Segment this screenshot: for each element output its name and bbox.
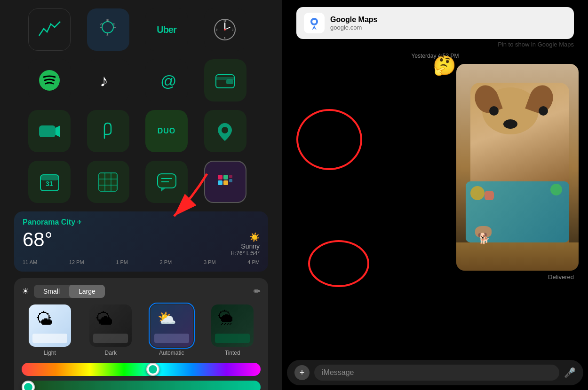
color-slider-thumb[interactable] [146, 363, 159, 376]
app-icon-wallet[interactable] [204, 59, 246, 101]
svg-marker-25 [56, 125, 60, 137]
theme-label-light: Light [44, 350, 56, 356]
svg-text:E: E [113, 23, 115, 26]
svg-text:W: W [100, 23, 103, 26]
theme-label-dark: Dark [105, 350, 117, 356]
app-icon-robinhood[interactable] [87, 110, 129, 152]
size-controls: ☀ Small Large ✏ [22, 285, 261, 298]
svg-rect-43 [229, 175, 232, 178]
svg-rect-42 [223, 180, 228, 185]
app-icon-slack[interactable] [204, 161, 246, 203]
dog-photo-bubble[interactable]: 🐕 [456, 64, 579, 271]
brightness-thumb-inner [24, 383, 32, 390]
bottom-controls: ☀ Small Large ✏ 🌤 Light 🌥 [14, 278, 268, 390]
size-small-button[interactable]: Small [34, 285, 69, 298]
right-panel: Google Maps google.com Pin to show in Go… [282, 0, 588, 390]
app-icon-facetime[interactable] [28, 110, 71, 152]
svg-point-0 [102, 22, 113, 33]
gmaps-card: Google Maps google.com [296, 7, 574, 39]
theme-label-auto: Automatic [159, 350, 184, 356]
svg-rect-41 [223, 175, 228, 179]
weather-icon: ☀️ [230, 232, 260, 242]
gmaps-info: Google Maps google.com [330, 16, 566, 31]
app-icon-googlemaps[interactable] [204, 110, 246, 152]
theme-option-tinted[interactable]: 🌦 Tinted [205, 304, 261, 356]
time-5: 3 PM [204, 259, 216, 265]
app-icon-tiktok[interactable]: ♪ [87, 59, 129, 101]
weather-info: ☀️ Sunny H:76° L:54° [230, 228, 260, 257]
imessage-input[interactable]: iMessage [314, 365, 559, 381]
weather-city: Panorama City [23, 218, 260, 226]
svg-marker-36 [161, 188, 166, 192]
svg-text:♪: ♪ [100, 71, 108, 90]
gmaps-title: Google Maps [330, 16, 566, 24]
theme-option-automatic[interactable]: ⛅ Automatic [143, 304, 200, 356]
microphone-icon[interactable]: 🎤 [564, 367, 576, 378]
pin-action-text: Pin to show in Google Maps [282, 41, 574, 48]
svg-text:12: 12 [223, 20, 227, 23]
weather-timeline: 11 AM 12 PM 1 PM 2 PM 3 PM 4 PM [23, 259, 260, 265]
theme-thumb-tinted[interactable]: 🌦 [211, 304, 254, 347]
theme-thumb-light[interactable]: 🌤 [29, 304, 71, 347]
left-panel: W E N S Uber 12 3 6 9 [0, 0, 282, 390]
app-icon-gchat[interactable] [145, 161, 188, 203]
theme-option-light[interactable]: 🌤 Light [22, 304, 78, 356]
theme-thumb-dark[interactable]: 🌥 [89, 304, 132, 347]
svg-point-17 [224, 29, 226, 31]
app-icon-calendar[interactable]: 31 [28, 161, 71, 203]
time-4: 2 PM [160, 259, 172, 265]
svg-point-47 [312, 20, 316, 23]
svg-text:S: S [106, 33, 109, 36]
duo-label: DUO [158, 127, 176, 135]
theme-label-tinted: Tinted [225, 350, 240, 356]
weather-condition: Sunny [230, 242, 260, 250]
svg-rect-40 [218, 180, 222, 185]
app-icon-uber[interactable]: Uber [145, 8, 188, 51]
app-icon-duo[interactable]: DUO [145, 110, 188, 152]
svg-text:@: @ [160, 72, 177, 90]
weather-high: H:76° L:54° [230, 250, 260, 257]
app-grid: W E N S Uber 12 3 6 9 [0, 0, 282, 203]
svg-text:31: 31 [46, 180, 53, 187]
time-6: 4 PM [247, 259, 260, 265]
time-1: 11 AM [23, 259, 37, 265]
app-icon-spotify[interactable] [28, 59, 71, 101]
theme-selector: 🌤 Light 🌥 Dark ⛅ Automatic [22, 304, 261, 356]
brightness-slider-thumb[interactable] [22, 381, 35, 390]
svg-rect-30 [99, 173, 117, 191]
sticker-dog: 🐕 [477, 233, 490, 245]
app-icon-stocks[interactable] [28, 8, 71, 51]
imessage-plus-button[interactable]: + [294, 365, 310, 380]
app-icon-maps[interactable]: W E N S [87, 8, 129, 51]
edit-icon[interactable]: ✏ [254, 286, 261, 296]
svg-rect-23 [226, 79, 233, 84]
chat-area: Yesterday 4:53 PM 🤔 [282, 48, 588, 360]
theme-thumb-auto[interactable]: ⛅ [151, 304, 193, 347]
imessage-bar: + iMessage 🎤 [287, 360, 583, 385]
svg-rect-24 [39, 125, 56, 137]
uber-label: Uber [157, 24, 176, 35]
brightness-icon: ☀ [22, 286, 29, 296]
theme-option-dark[interactable]: 🌥 Dark [83, 304, 139, 356]
svg-point-18 [39, 70, 60, 91]
time-3: 1 PM [116, 259, 128, 265]
svg-text:N: N [106, 19, 109, 22]
weather-widget: Panorama City 68° ☀️ Sunny H:76° L:54° 1… [14, 211, 268, 272]
size-btn-group: Small Large [34, 285, 105, 298]
time-2: 12 PM [69, 259, 84, 265]
svg-rect-39 [218, 175, 222, 179]
slider-thumb-inner [149, 365, 157, 374]
delivered-status: Delivered [282, 273, 574, 281]
app-icon-sheets[interactable] [87, 161, 129, 203]
size-large-button[interactable]: Large [69, 285, 105, 298]
gmaps-icon [304, 13, 325, 33]
app-icon-clock[interactable]: 12 3 6 9 [204, 8, 246, 51]
svg-point-26 [222, 127, 228, 133]
color-slider[interactable] [22, 363, 261, 376]
app-icon-threads[interactable]: @ [145, 59, 188, 101]
gmaps-url: google.com [330, 24, 566, 31]
weather-temp: 68° [23, 228, 53, 251]
brightness-slider[interactable] [22, 381, 261, 390]
svg-rect-44 [229, 179, 232, 182]
svg-rect-35 [158, 174, 176, 188]
